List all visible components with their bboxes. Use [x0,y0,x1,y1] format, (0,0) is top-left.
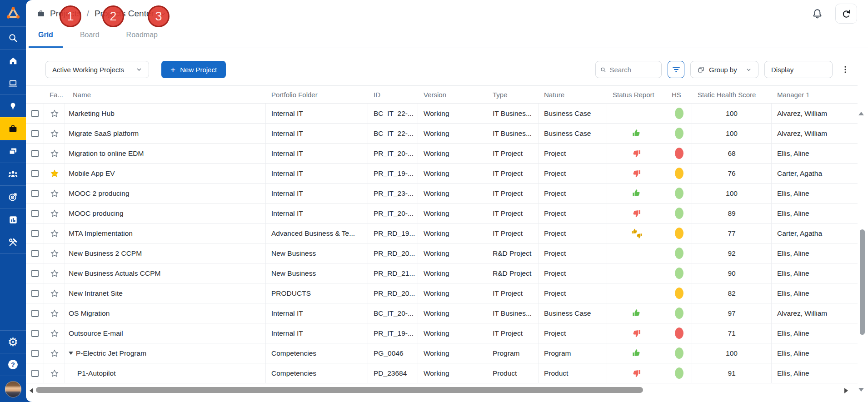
favorite-star-icon[interactable] [44,243,65,263]
row-checkbox[interactable] [31,130,39,137]
table-row[interactable]: Mobile App EV Internal IT PR_IT_19-... W… [26,164,858,184]
expand-caret-icon[interactable] [69,352,73,355]
sidebar-item-search[interactable] [0,26,26,49]
favorite-star-icon[interactable] [44,303,65,323]
sidebar-item-help[interactable]: ? [0,353,26,376]
header-cell-manager-1[interactable]: Manager 1 [772,91,858,99]
health-dot [675,248,683,259]
new-project-button[interactable]: + New Project [161,61,226,78]
row-checkbox[interactable] [31,350,39,357]
row-checkbox[interactable] [31,230,39,237]
health-dot [675,367,683,379]
row-checkbox[interactable] [31,190,39,197]
refresh-button[interactable] [835,4,857,24]
header-cell-name[interactable]: Name [65,91,266,99]
more-options-button[interactable] [838,61,852,78]
favorite-star-icon[interactable] [44,124,65,144]
sidebar-item-settings[interactable]: ⚙ [0,330,26,353]
cell-nature: Product [539,363,607,383]
sidebar-item-profile[interactable] [0,376,26,402]
cell-nature: Project [539,144,607,164]
header-cell-version[interactable]: Version [418,91,487,99]
sidebar-item-goals[interactable] [0,185,26,208]
sidebar-item-teams[interactable] [0,163,26,185]
cell-manager-1: Ellis, Aline [772,363,858,383]
sidebar-item-workspace[interactable] [0,72,26,94]
table-row[interactable]: Outsource E-mail Internal IT PR_IT_19-..… [26,323,858,343]
table-row[interactable]: New Business Actuals CCPM New Business P… [26,263,858,283]
group-by-button[interactable]: Group by [690,61,758,78]
header-cell-favorite[interactable]: Fa... [44,91,65,99]
sidebar-item-admin-tools[interactable] [0,231,26,253]
horizontal-scroll-right-arrow[interactable] [844,388,848,393]
table-row[interactable]: Migration to online EDM Internal IT PR_I… [26,144,858,164]
favorite-star-icon[interactable] [44,223,65,243]
table-row[interactable]: P1-Autopilot Competencies PD_23684 Worki… [26,363,858,383]
scope-selector[interactable]: Active Working Projects [45,61,149,78]
horizontal-scrollbar-thumb[interactable] [36,387,643,393]
row-checkbox[interactable] [31,210,39,217]
row-checkbox[interactable] [31,110,39,117]
header-cell-status-report[interactable]: Status Report [607,91,666,99]
favorite-star-icon[interactable] [44,164,65,184]
notifications-button[interactable] [811,8,823,20]
table-row[interactable]: OS Migration Internal IT BC_IT_20-... Wo… [26,303,858,323]
tab-grid[interactable]: Grid [29,27,63,48]
vertical-scrollbar-thumb[interactable] [860,229,865,335]
table-row[interactable]: MOOC producing Internal IT PR_IT_20-... … [26,203,858,223]
help-icon: ? [8,360,18,369]
horizontal-scroll-left-arrow[interactable] [30,388,33,393]
cell-manager-1: Ellis, Aline [772,184,858,203]
display-button[interactable]: Display [764,61,833,78]
sidebar-item-projects[interactable] [0,117,26,140]
row-checkbox[interactable] [31,310,39,317]
header-cell-static-health-score[interactable]: Static Health Score [692,91,772,99]
favorite-star-icon[interactable] [44,343,65,363]
sidebar-item-portfolios[interactable] [0,140,26,163]
sidebar-item-home[interactable] [0,49,26,72]
favorite-star-icon[interactable] [44,283,65,303]
table-row[interactable]: P-Electric Jet Program Competencies PG_0… [26,343,858,363]
row-checkbox[interactable] [31,170,39,177]
row-checkbox[interactable] [31,370,39,377]
row-checkbox[interactable] [31,290,39,297]
row-checkbox[interactable] [31,150,39,157]
search-input[interactable] [610,66,657,74]
tab-board[interactable]: Board [70,27,109,48]
breadcrumb: Projects / Projects Center [26,9,811,19]
favorite-star-icon[interactable] [44,104,65,124]
table-row[interactable]: New Business 2 CCPM New Business PR_RD_2… [26,243,858,263]
app-logo-icon[interactable] [0,0,26,26]
header-cell-nature[interactable]: Nature [539,91,607,99]
favorite-star-icon[interactable] [44,203,65,223]
topbar-actions [811,4,868,24]
tab-roadmap[interactable]: Roadmap [117,27,167,48]
vertical-scroll-up-arrow[interactable] [858,112,864,115]
favorite-star-icon[interactable] [44,363,65,383]
table-row[interactable]: Marketing Hub Internal IT BC_IT_22-... W… [26,104,858,124]
chevron-down-icon [746,67,752,73]
row-checkbox[interactable] [31,250,39,257]
favorite-star-icon[interactable] [44,263,65,283]
table-row[interactable]: MTA Implementation Advanced Business & T… [26,223,858,243]
sidebar-item-ideas[interactable] [0,94,26,117]
header-cell-id[interactable]: ID [368,91,418,99]
cell-portfolio-folder: Advanced Business & Te... [266,223,368,243]
table-row[interactable]: New Intranet Site PRODUCTS PR_RD_20... W… [26,283,858,303]
favorite-star-icon[interactable] [44,144,65,164]
cell-nature: Project [539,283,607,303]
row-checkbox[interactable] [31,270,39,277]
cell-static-health-score: 100 [692,124,772,144]
table-row[interactable]: Migrate SaaS platform Internal IT BC_IT_… [26,124,858,144]
filter-button[interactable] [668,61,684,78]
favorite-star-icon[interactable] [44,323,65,343]
vertical-scroll-down-arrow[interactable] [858,388,864,392]
header-cell-hs[interactable]: HS [666,91,692,99]
table-row[interactable]: MOOC 2 producing Internal IT PR_IT_23-..… [26,184,858,203]
sidebar-item-reports[interactable] [0,208,26,231]
header-cell-type[interactable]: Type [487,91,539,99]
row-checkbox[interactable] [31,330,39,337]
favorite-star-icon[interactable] [44,184,65,203]
header-cell-portfolio-folder[interactable]: Portfolio Folder [266,91,368,99]
display-label: Display [771,66,793,74]
